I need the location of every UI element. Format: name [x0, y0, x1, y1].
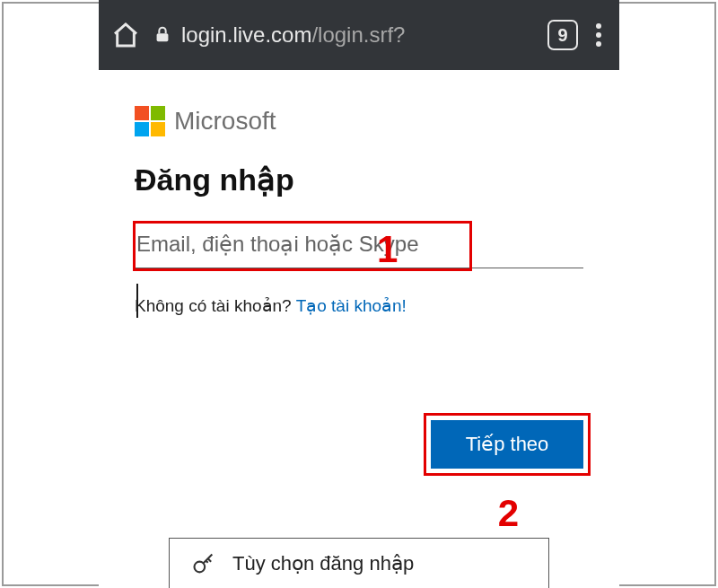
no-account-text: Không có tài khoản?: [135, 296, 296, 315]
microsoft-logo-icon: [135, 106, 165, 136]
microsoft-brand: Microsoft: [135, 106, 583, 136]
sign-in-heading: Đăng nhập: [135, 162, 583, 197]
tabs-button[interactable]: 9: [547, 20, 578, 50]
create-account-link[interactable]: Tạo tài khoản!: [296, 296, 407, 315]
sign-in-options-label: Tùy chọn đăng nhập: [232, 552, 414, 575]
email-input[interactable]: [135, 223, 583, 268]
annotation-number-1: 1: [377, 228, 398, 271]
url-host: login.live.com/login.srf?: [181, 22, 405, 48]
home-icon[interactable]: [111, 21, 140, 49]
no-account-prompt: Không có tài khoản? Tạo tài khoản!: [135, 295, 583, 316]
tab-count: 9: [557, 25, 567, 46]
address-bar[interactable]: login.live.com/login.srf?: [153, 22, 535, 48]
mobile-device-frame: login.live.com/login.srf? 9 Microsoft Đă…: [99, 0, 619, 588]
text-cursor: [136, 284, 138, 318]
menu-icon[interactable]: [591, 23, 607, 47]
svg-rect-0: [157, 33, 169, 41]
svg-point-1: [195, 561, 206, 572]
annotation-number-2: 2: [498, 492, 519, 535]
browser-toolbar: login.live.com/login.srf? 9: [99, 0, 619, 70]
next-button[interactable]: Tiếp theo: [431, 420, 583, 469]
page-content: Microsoft Đăng nhập Không có tài khoản? …: [99, 70, 619, 588]
microsoft-wordmark: Microsoft: [174, 107, 276, 136]
key-icon: [191, 551, 216, 576]
lock-icon: [153, 25, 172, 45]
sign-in-options-button[interactable]: Tùy chọn đăng nhập: [169, 538, 549, 588]
